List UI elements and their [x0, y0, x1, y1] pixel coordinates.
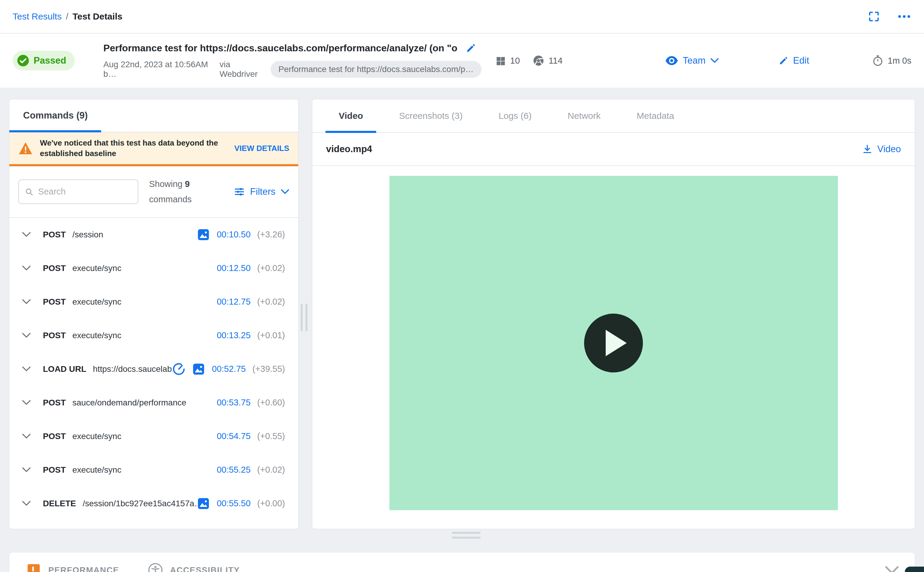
command-path: execute/sync	[72, 432, 121, 441]
main-content: Commands (9) We've noticed that this tes…	[0, 88, 924, 529]
tab-network[interactable]: Network	[567, 99, 601, 132]
video-file-name: video.mp4	[326, 144, 372, 155]
duration-label: 1m 0s	[888, 56, 912, 66]
command-method: POST	[43, 264, 66, 273]
tab-video[interactable]: Video	[339, 99, 363, 132]
expand-panel-chevron-icon[interactable]	[885, 566, 899, 572]
command-row[interactable]: POST execute/sync 00:12.50 (+0.02)	[9, 252, 298, 285]
command-timestamp: 00:55.25	[217, 465, 251, 475]
media-panel: Video Screenshots (3) Logs (6) Network M…	[312, 99, 915, 529]
command-delta: (+0.55)	[257, 431, 285, 441]
accessibility-section-toggle[interactable]: ACCESSIBILITY	[148, 563, 240, 572]
breadcrumb-separator: /	[66, 11, 68, 22]
command-timestamp: 00:12.50	[217, 263, 251, 273]
play-button-icon[interactable]	[584, 314, 643, 372]
command-path: execute/sync	[72, 465, 121, 475]
performance-alert-icon	[25, 562, 41, 572]
test-tag-pill: Performance test for https://docs.saucel…	[271, 61, 482, 78]
screenshot-image-icon[interactable]	[192, 362, 205, 376]
check-circle-icon	[17, 54, 29, 67]
os-version: 10	[510, 56, 520, 66]
chevron-down-icon[interactable]	[22, 366, 31, 372]
search-box[interactable]	[18, 179, 138, 204]
command-row[interactable]: POST /session 00:10.50 (+3.26)	[9, 218, 298, 252]
topbar: Test Results / Test Details	[0, 0, 924, 34]
chevron-down-icon[interactable]	[22, 434, 31, 439]
filters-sliders-icon	[234, 187, 245, 197]
performance-speedometer-icon[interactable]	[172, 362, 185, 376]
command-method: POST	[43, 432, 66, 441]
tab-commands[interactable]: Commands (9)	[9, 110, 88, 121]
command-row[interactable]: POST execute/sync 00:13.25 (+0.01)	[9, 319, 298, 352]
command-method: LOAD URL	[43, 364, 87, 374]
chevron-down-icon	[710, 58, 719, 63]
command-timestamp: 00:10.50	[217, 230, 251, 239]
chevron-down-icon[interactable]	[22, 400, 31, 406]
active-tab-underline	[9, 130, 101, 132]
search-icon	[25, 187, 33, 197]
command-method: POST	[43, 465, 66, 475]
accessibility-icon	[148, 563, 163, 572]
search-input[interactable]	[38, 187, 132, 197]
command-path: execute/sync	[72, 264, 121, 273]
tab-logs[interactable]: Logs (6)	[499, 99, 532, 132]
accessibility-label: ACCESSIBILITY	[170, 566, 240, 572]
edit-title-pencil-icon[interactable]	[466, 43, 476, 53]
chevron-down-icon[interactable]	[22, 299, 31, 305]
test-date: Aug 22nd, 2023 at 10:56AM b…	[104, 60, 211, 79]
visibility-eye-icon	[665, 56, 678, 65]
bottom-bar: PERFORMANCE ACCESSIBILITY	[9, 552, 915, 572]
tab-screenshots[interactable]: Screenshots (3)	[399, 99, 463, 132]
command-row[interactable]: POST sauce/ondemand/performance 00:53.75…	[9, 386, 298, 420]
chrome-icon	[532, 54, 544, 67]
performance-section-toggle[interactable]: PERFORMANCE	[25, 562, 119, 572]
filters-button[interactable]: Filters	[234, 187, 289, 197]
chevron-down-icon[interactable]	[22, 500, 31, 506]
horizontal-resize-handle[interactable]	[452, 532, 481, 539]
showing-count-text: Showing 9 commands	[149, 176, 202, 207]
test-title: Performance test for https://docs.saucel…	[104, 43, 457, 54]
breadcrumb: Test Results / Test Details	[12, 11, 122, 22]
command-delta: (+0.00)	[257, 499, 285, 508]
warning-message: We've noticed that this test has data be…	[40, 138, 226, 159]
more-options-icon[interactable]	[897, 10, 912, 23]
command-row[interactable]: POST execute/sync 00:55.25 (+0.02)	[9, 453, 298, 487]
chevron-down-icon	[281, 189, 289, 194]
chevron-down-icon[interactable]	[22, 232, 31, 237]
command-row[interactable]: LOAD URL https://docs.saucelab… 00:52.75…	[9, 352, 298, 386]
command-row[interactable]: POST execute/sync 00:12.75 (+0.02)	[9, 285, 298, 319]
chevron-down-icon[interactable]	[22, 333, 31, 338]
test-via: via Webdriver	[220, 60, 265, 79]
breadcrumb-test-results-link[interactable]: Test Results	[12, 11, 62, 22]
command-path: execute/sync	[72, 297, 121, 307]
command-row[interactable]: POST execute/sync 00:54.75 (+0.55)	[9, 420, 298, 453]
screenshot-image-icon[interactable]	[197, 497, 210, 510]
command-path: https://docs.saucelab…	[93, 364, 172, 374]
command-path: execute/sync	[72, 331, 121, 340]
command-delta: (+0.01)	[257, 330, 285, 340]
command-method: DELETE	[43, 499, 76, 508]
command-method: POST	[43, 398, 66, 407]
command-timestamp: 00:12.75	[217, 297, 251, 307]
team-dropdown[interactable]: Team	[665, 55, 719, 66]
command-row[interactable]: DELETE /session/1bc927ee15ac4157a… 00:55…	[9, 487, 298, 521]
edit-button[interactable]: Edit	[779, 55, 809, 66]
command-method: POST	[43, 230, 66, 239]
chevron-down-icon[interactable]	[22, 265, 31, 271]
command-delta: (+0.02)	[257, 263, 285, 273]
page-title: Test Details	[73, 11, 122, 22]
command-timestamp: 00:52.75	[212, 364, 246, 374]
windows-icon	[495, 55, 506, 66]
view-details-link[interactable]: VIEW DETAILS	[234, 144, 289, 153]
command-list: POST /session 00:10.50 (+3.26) POS	[9, 218, 298, 529]
fullscreen-icon[interactable]	[868, 10, 880, 23]
chevron-down-icon[interactable]	[22, 467, 31, 473]
video-canvas[interactable]	[389, 176, 838, 510]
download-video-button[interactable]: Video	[862, 144, 901, 155]
command-count: 9	[185, 179, 189, 189]
vertical-resize-handle[interactable]	[301, 304, 307, 331]
command-delta: (+3.26)	[257, 230, 285, 239]
tab-metadata[interactable]: Metadata	[637, 99, 674, 132]
command-method: POST	[43, 297, 66, 307]
screenshot-image-icon[interactable]	[197, 228, 210, 241]
